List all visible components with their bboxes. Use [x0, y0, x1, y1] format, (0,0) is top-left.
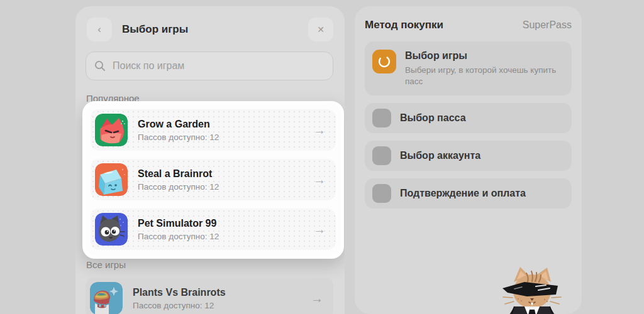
step-active-spinner-icon — [372, 50, 396, 73]
purchase-method-header: Метод покупки SuperPass — [365, 19, 572, 31]
step-text: Выбор игры Выбери игру, в которой хочешь… — [405, 50, 564, 87]
chevron-left-icon: ‹ — [97, 23, 101, 36]
game-passes-count: Пассов доступно: 12 — [133, 301, 226, 310]
step-card-pass-selection: Выбор пасса — [365, 103, 572, 133]
pet-simulator-99-icon — [95, 213, 128, 246]
grow-a-garden-icon — [95, 114, 128, 146]
arrow-right-icon: → — [313, 223, 326, 236]
game-name: Grow a Garden — [138, 118, 219, 130]
step-pending-icon — [372, 184, 391, 203]
cat-mascot — [499, 265, 565, 314]
all-games-section-label: Все игры — [86, 259, 126, 270]
game-search-field[interactable] — [86, 51, 333, 80]
game-row-grow-a-garden[interactable]: Grow a Garden Пассов доступно: 12 → — [91, 109, 336, 151]
close-icon: ✕ — [317, 24, 325, 35]
panel-header: ‹ Выбор игры ✕ — [87, 18, 333, 41]
tutorial-spotlight: Grow a Garden Пассов доступно: 12 → Stea… — [82, 101, 344, 259]
game-name: Plants Vs Brainrots — [133, 286, 226, 298]
panel-title: Выбор игры — [122, 23, 308, 36]
search-icon — [94, 60, 106, 72]
step-title: Выбор пасса — [400, 112, 466, 124]
superpass-badge: SuperPass — [523, 19, 572, 31]
plants-vs-brainrots-icon — [90, 282, 123, 314]
purchase-method-panel: Метод покупки SuperPass Выбор игры Выбер… — [355, 6, 582, 314]
step-description: Выбери игру, в которой хочешь купить пас… — [405, 65, 564, 87]
game-passes-count: Пассов доступно: 12 — [138, 232, 219, 241]
arrow-right-icon: → — [313, 173, 326, 186]
game-info: Steal a Brainrot Пассов доступно: 12 — [138, 168, 219, 192]
step-pending-icon — [372, 146, 391, 165]
game-row-plants-vs-brainrots[interactable]: Plants Vs Brainrots Пассов доступно: 12 … — [86, 278, 333, 314]
game-row-steal-a-brainrot[interactable]: Steal a Brainrot Пассов доступно: 12 → — [91, 159, 336, 200]
game-passes-count: Пассов доступно: 12 — [138, 133, 219, 142]
arrow-right-icon: → — [311, 292, 323, 305]
step-card-game-selection: Выбор игры Выбери игру, в которой хочешь… — [365, 41, 572, 95]
back-button[interactable]: ‹ — [87, 18, 112, 41]
step-card-confirm-payment: Подтверждение и оплата — [365, 178, 572, 208]
game-info: Plants Vs Brainrots Пассов доступно: 12 — [133, 286, 226, 310]
purchase-method-title: Метод покупки — [365, 19, 443, 31]
steal-a-brainrot-icon — [95, 163, 128, 196]
step-title: Подтверждение и оплата — [400, 187, 526, 200]
step-title: Выбор аккаунта — [400, 149, 480, 162]
step-card-account-selection: Выбор аккаунта — [365, 141, 572, 171]
game-info: Pet Simulator 99 Пассов доступно: 12 — [138, 217, 219, 241]
game-info: Grow a Garden Пассов доступно: 12 — [138, 118, 219, 142]
game-passes-count: Пассов доступно: 12 — [138, 182, 219, 192]
game-selection-panel: ‹ Выбор игры ✕ Популярное — [75, 6, 345, 314]
step-pending-icon — [372, 109, 391, 127]
game-name: Pet Simulator 99 — [138, 217, 219, 229]
search-input[interactable] — [111, 60, 325, 72]
game-row-pet-simulator-99[interactable]: Pet Simulator 99 Пассов доступно: 12 → — [91, 208, 336, 250]
close-button[interactable]: ✕ — [308, 18, 333, 41]
game-name: Steal a Brainrot — [138, 168, 219, 180]
step-title: Выбор игры — [405, 50, 564, 62]
arrow-right-icon: → — [313, 124, 326, 136]
